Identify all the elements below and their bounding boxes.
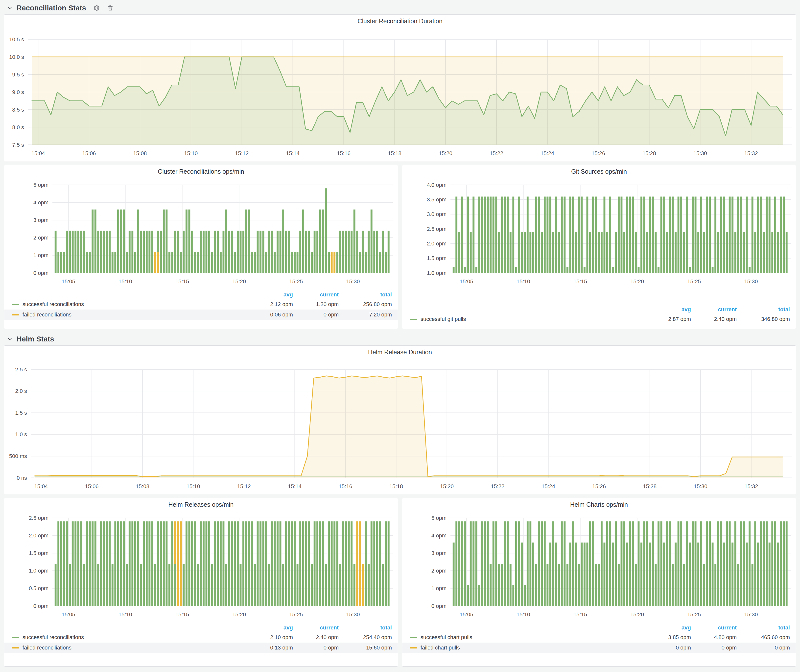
legend-header: avg current total: [402, 305, 796, 314]
svg-text:15:12: 15:12: [237, 483, 251, 490]
svg-text:3.5 opm: 3.5 opm: [427, 197, 447, 203]
gear-icon[interactable]: [93, 5, 100, 11]
helm-release-duration-chart[interactable]: 15:0415:0615:0815:1015:1215:1415:1615:18…: [4, 358, 796, 493]
legend-header-avg[interactable]: avg: [251, 624, 293, 631]
trash-icon[interactable]: [107, 5, 114, 11]
svg-text:15:24: 15:24: [541, 483, 555, 490]
svg-text:15:04: 15:04: [31, 150, 45, 156]
cluster-reconciliation-duration-chart[interactable]: 15:0415:0615:0815:1015:1215:1415:1615:18…: [4, 27, 796, 160]
svg-text:15:20: 15:20: [630, 278, 644, 285]
svg-text:1 opm: 1 opm: [34, 252, 48, 258]
git-sources-ops-chart[interactable]: 15:0515:1015:1515:2015:2515:301.0 opm1.5…: [402, 178, 796, 290]
svg-text:15:20: 15:20: [232, 611, 246, 618]
svg-text:0 opm: 0 opm: [431, 603, 446, 609]
panel-title[interactable]: Cluster Reconciliations ops/min: [4, 165, 398, 178]
svg-text:3.0 opm: 3.0 opm: [427, 211, 447, 217]
svg-text:15:05: 15:05: [459, 611, 473, 618]
svg-text:15:20: 15:20: [630, 611, 644, 618]
legend-row-failed-reconciliations: failed reconciliations 0.06 opm 0 opm 7.…: [4, 310, 398, 320]
svg-text:2.5 s: 2.5 s: [15, 366, 27, 373]
svg-text:0.5 opm: 0.5 opm: [29, 585, 49, 591]
svg-text:15:08: 15:08: [136, 483, 149, 490]
svg-text:15:26: 15:26: [592, 483, 606, 490]
legend-current-value: 2.40 opm: [293, 634, 339, 641]
svg-text:7.5 s: 7.5 s: [12, 142, 24, 148]
legend-row-failed-reconciliations: failed reconciliations 0.13 opm 0 opm 15…: [4, 643, 398, 653]
legend-row-failed-chart-pulls: failed chart pulls 0 opm 0 opm 0 opm: [402, 643, 796, 653]
svg-text:3 opm: 3 opm: [34, 217, 48, 223]
legend-total-value: 254.40 opm: [339, 634, 392, 641]
section-title[interactable]: Helm Stats: [17, 335, 54, 343]
section-header-reconciliation-stats: Reconciliation Stats: [4, 2, 796, 14]
svg-text:15:15: 15:15: [175, 611, 189, 618]
svg-text:15:30: 15:30: [744, 278, 758, 285]
section-title[interactable]: Reconciliation Stats: [17, 4, 86, 12]
svg-text:15:06: 15:06: [82, 150, 96, 156]
legend-total-value: 15.60 opm: [339, 645, 392, 651]
svg-text:15:04: 15:04: [34, 483, 48, 490]
legend-label: failed reconciliations: [22, 312, 72, 318]
svg-text:15:28: 15:28: [642, 150, 656, 156]
svg-text:15:15: 15:15: [573, 611, 587, 618]
svg-text:15:10: 15:10: [187, 483, 200, 490]
cluster-reconciliations-ops-chart[interactable]: 15:0515:1015:1515:2015:2515:300 opm1 opm…: [4, 178, 398, 290]
legend-header-total[interactable]: total: [339, 624, 392, 631]
series-color-dash: [12, 304, 19, 305]
legend-header-total[interactable]: total: [737, 306, 790, 313]
row-cluster-duration: Cluster Reconciliation Duration 15:0415:…: [4, 14, 796, 161]
legend-header-total[interactable]: total: [737, 624, 790, 631]
legend: avg current total successful reconciliat…: [4, 623, 398, 666]
svg-text:15:20: 15:20: [440, 483, 454, 490]
svg-text:15:25: 15:25: [289, 611, 303, 618]
legend-label: failed chart pulls: [421, 645, 460, 651]
svg-text:500 ms: 500 ms: [9, 453, 27, 459]
panel-title[interactable]: Helm Charts ops/min: [402, 498, 796, 511]
chevron-down-icon[interactable]: [7, 336, 13, 342]
svg-text:15:15: 15:15: [573, 278, 587, 285]
svg-text:15:14: 15:14: [288, 483, 302, 490]
legend-avg-value: 3.85 opm: [649, 634, 691, 641]
svg-text:1.5 opm: 1.5 opm: [29, 550, 49, 556]
dashboard: Reconciliation Stats Cluster Reconciliat…: [0, 0, 800, 670]
legend-header-current[interactable]: current: [293, 291, 339, 298]
panel-title[interactable]: Helm Release Duration: [4, 346, 796, 358]
svg-text:15:12: 15:12: [235, 150, 249, 156]
svg-text:15:30: 15:30: [693, 150, 707, 156]
legend-header: avg current total: [4, 623, 398, 632]
svg-text:15:05: 15:05: [62, 611, 75, 618]
series-color-dash: [410, 637, 417, 638]
panel-git-sources-ops: Git Sources ops/min 15:0515:1015:1515:20…: [402, 165, 796, 329]
panel-cluster-reconciliations-ops: Cluster Reconciliations ops/min 15:0515:…: [4, 165, 398, 329]
svg-text:15:30: 15:30: [694, 483, 707, 490]
legend-avg-value: 0.06 opm: [251, 312, 293, 318]
legend-header-current[interactable]: current: [691, 624, 737, 631]
svg-text:15:18: 15:18: [389, 483, 403, 490]
legend-header-current[interactable]: current: [293, 624, 339, 631]
helm-releases-ops-chart[interactable]: 15:0515:1015:1515:2015:2515:300 opm0.5 o…: [4, 511, 398, 623]
svg-text:9.5 s: 9.5 s: [12, 72, 24, 78]
helm-charts-ops-chart[interactable]: 15:0515:1015:1515:2015:2515:300 opm1 opm…: [402, 511, 796, 623]
svg-text:15:10: 15:10: [118, 611, 132, 618]
svg-text:15:30: 15:30: [346, 611, 360, 618]
panel-title[interactable]: Helm Releases ops/min: [4, 498, 398, 511]
svg-text:15:10: 15:10: [517, 278, 530, 285]
legend-current-value: 0 opm: [293, 645, 339, 651]
panel-title[interactable]: Git Sources ops/min: [402, 165, 796, 178]
svg-text:5 opm: 5 opm: [431, 515, 446, 521]
legend-current-value: 4.80 opm: [691, 634, 737, 641]
svg-text:15:05: 15:05: [459, 278, 473, 285]
svg-text:2.0 opm: 2.0 opm: [427, 240, 447, 247]
legend-label: successful reconciliations: [22, 634, 84, 641]
svg-text:15:32: 15:32: [744, 150, 758, 156]
legend-row-successful-reconciliations: successful reconciliations 2.10 opm 2.40…: [4, 632, 398, 643]
chevron-down-icon[interactable]: [7, 5, 13, 11]
panel-cluster-reconciliation-duration: Cluster Reconciliation Duration 15:0415:…: [4, 14, 796, 161]
panel-title[interactable]: Cluster Reconciliation Duration: [4, 14, 796, 27]
svg-text:2.0 opm: 2.0 opm: [29, 533, 49, 539]
legend-header-avg[interactable]: avg: [649, 306, 691, 313]
legend-header-total[interactable]: total: [339, 291, 392, 298]
svg-text:2 opm: 2 opm: [34, 235, 48, 241]
legend-header-current[interactable]: current: [691, 306, 737, 313]
legend-header-avg[interactable]: avg: [649, 624, 691, 631]
legend-header-avg[interactable]: avg: [251, 291, 293, 298]
